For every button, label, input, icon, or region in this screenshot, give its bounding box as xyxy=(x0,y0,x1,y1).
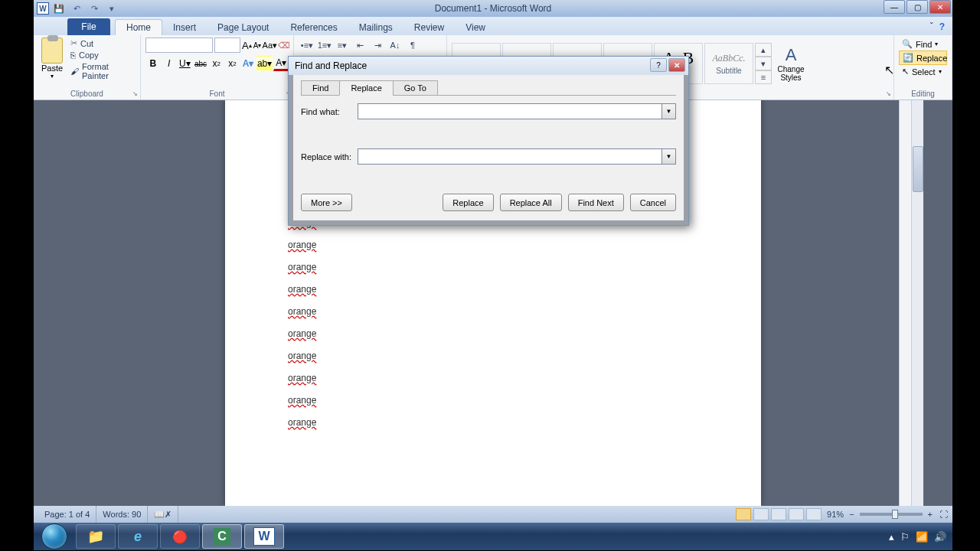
decrease-indent-button[interactable]: ⇤ xyxy=(351,37,368,53)
zoom-in-button[interactable]: + xyxy=(928,510,933,519)
ribbon-minimize-icon[interactable]: ˇ xyxy=(930,21,933,32)
tray-network-icon[interactable]: 📶 xyxy=(916,531,928,543)
tab-view[interactable]: View xyxy=(455,20,496,35)
document-text-line[interactable]: orange xyxy=(288,306,698,317)
document-text-line[interactable]: orange xyxy=(288,395,698,406)
select-button[interactable]: ↖Select▾ xyxy=(899,65,947,78)
window-minimize-button[interactable]: — xyxy=(884,0,905,14)
view-web-layout[interactable] xyxy=(771,508,786,520)
replace-action-button[interactable]: Replace xyxy=(443,194,493,211)
dialog-close-button[interactable]: ✕ xyxy=(668,58,685,72)
styles-expand[interactable]: ≡ xyxy=(755,70,772,84)
vertical-scrollbar[interactable] xyxy=(911,100,923,506)
superscript-button[interactable]: x2 xyxy=(225,56,240,71)
document-text-line[interactable]: orange xyxy=(288,328,698,339)
underline-button[interactable]: U▾ xyxy=(177,56,192,71)
highlight-button[interactable]: ab▾ xyxy=(256,56,273,71)
view-print-layout[interactable] xyxy=(736,508,751,520)
tray-flag-icon[interactable]: ⚐ xyxy=(900,531,910,543)
replace-with-input[interactable] xyxy=(358,148,662,165)
taskbar-chrome[interactable]: 🔴 xyxy=(160,524,200,549)
window-maximize-button[interactable]: ▢ xyxy=(906,0,928,14)
sort-button[interactable]: A↓ xyxy=(387,37,403,53)
zoom-out-button[interactable]: − xyxy=(849,510,854,519)
tab-review[interactable]: Review xyxy=(403,20,455,35)
clipboard-launcher[interactable]: ↘ xyxy=(132,90,138,97)
tab-references[interactable]: References xyxy=(279,20,348,35)
tab-mailings[interactable]: Mailings xyxy=(348,20,403,35)
format-painter-button[interactable]: 🖌Format Painter xyxy=(69,61,136,81)
taskbar-ie[interactable]: e xyxy=(118,524,158,549)
grow-font-button[interactable]: A▴ xyxy=(242,38,252,52)
document-text-line[interactable]: orange xyxy=(288,350,698,361)
qat-customize-button[interactable]: ▾ xyxy=(104,2,119,15)
dialog-titlebar[interactable]: Find and Replace ? ✕ xyxy=(289,57,688,75)
font-size-combo[interactable] xyxy=(214,37,240,53)
italic-button[interactable]: I xyxy=(162,56,177,71)
more-button[interactable]: More >> xyxy=(301,194,352,211)
styles-launcher[interactable]: ↘ xyxy=(886,90,891,97)
zoom-slider-thumb[interactable] xyxy=(892,510,898,519)
file-tab[interactable]: File xyxy=(67,18,110,35)
show-marks-button[interactable]: ¶ xyxy=(404,37,421,53)
bullets-button[interactable]: •≡▾ xyxy=(299,37,315,53)
change-case-button[interactable]: Aa▾ xyxy=(263,38,276,52)
document-text-line[interactable]: orange xyxy=(288,262,698,272)
replace-button[interactable]: 🔄Replace xyxy=(899,51,947,65)
qat-save-button[interactable]: 💾 xyxy=(51,2,67,15)
cut-button[interactable]: ✂Cut xyxy=(69,37,136,49)
find-button[interactable]: 🔍Find▾ xyxy=(899,37,947,51)
increase-indent-button[interactable]: ⇥ xyxy=(369,37,386,53)
replace-with-dropdown[interactable]: ▼ xyxy=(662,148,676,165)
copy-button[interactable]: ⎘Copy xyxy=(69,50,136,60)
styles-scroll-down[interactable]: ▾ xyxy=(755,57,772,70)
paste-button[interactable]: Paste ▾ xyxy=(38,37,66,81)
document-text-line[interactable]: orange xyxy=(288,417,698,428)
tab-page-layout[interactable]: Page Layout xyxy=(207,20,279,35)
zoom-level[interactable]: 91% xyxy=(827,510,844,519)
document-text-line[interactable]: orange xyxy=(288,373,698,383)
view-outline[interactable] xyxy=(789,508,804,520)
style-subtitle[interactable]: AaBbCc.Subtitle xyxy=(704,43,753,84)
zoom-fit-button[interactable]: ⛶ xyxy=(939,510,948,519)
tab-home[interactable]: Home xyxy=(115,19,162,35)
clear-formatting-button[interactable]: ⌫ xyxy=(278,38,290,52)
zoom-slider[interactable] xyxy=(860,513,923,516)
start-button[interactable] xyxy=(35,523,74,550)
font-name-combo[interactable] xyxy=(145,37,213,53)
tab-insert[interactable]: Insert xyxy=(162,20,207,35)
text-effects-button[interactable]: A▾ xyxy=(240,56,256,71)
find-what-dropdown[interactable]: ▼ xyxy=(662,103,676,119)
find-what-input[interactable] xyxy=(358,103,662,119)
styles-scroll-up[interactable]: ▴ xyxy=(755,43,772,57)
change-styles-button[interactable]: A Change Styles xyxy=(772,45,810,82)
tray-volume-icon[interactable]: 🔊 xyxy=(934,531,946,543)
view-draft[interactable] xyxy=(806,508,822,520)
shrink-font-button[interactable]: A▾ xyxy=(253,38,262,52)
dialog-tab-goto[interactable]: Go To xyxy=(393,80,438,96)
replace-all-button[interactable]: Replace All xyxy=(500,194,562,211)
status-page[interactable]: Page: 1 of 4 xyxy=(38,506,96,523)
taskbar-camtasia[interactable]: C xyxy=(202,524,242,549)
status-words[interactable]: Words: 90 xyxy=(96,506,148,523)
dialog-help-button[interactable]: ? xyxy=(650,58,667,72)
strikethrough-button[interactable]: abc xyxy=(193,56,208,71)
subscript-button[interactable]: x2 xyxy=(209,56,224,71)
numbering-button[interactable]: 1≡▾ xyxy=(316,37,333,53)
font-color-button[interactable]: A▾ xyxy=(273,56,289,71)
document-text-line[interactable]: orange xyxy=(288,284,698,295)
qat-redo-button[interactable]: ↷ xyxy=(87,2,102,15)
status-proofing[interactable]: 📖✗ xyxy=(148,506,178,523)
help-icon[interactable]: ? xyxy=(939,21,945,32)
multilevel-button[interactable]: ≡▾ xyxy=(334,37,351,53)
taskbar-explorer[interactable]: 📁 xyxy=(76,524,116,549)
dialog-tab-find[interactable]: Find xyxy=(301,80,340,96)
dialog-tab-replace[interactable]: Replace xyxy=(339,80,393,96)
bold-button[interactable]: B xyxy=(145,56,161,71)
tray-expand-icon[interactable]: ▴ xyxy=(889,531,894,543)
find-next-button[interactable]: Find Next xyxy=(568,194,624,211)
scrollbar-thumb[interactable] xyxy=(913,146,923,192)
qat-undo-button[interactable]: ↶ xyxy=(69,2,84,15)
cancel-button[interactable]: Cancel xyxy=(630,194,676,211)
document-text-line[interactable]: orange xyxy=(288,240,698,250)
